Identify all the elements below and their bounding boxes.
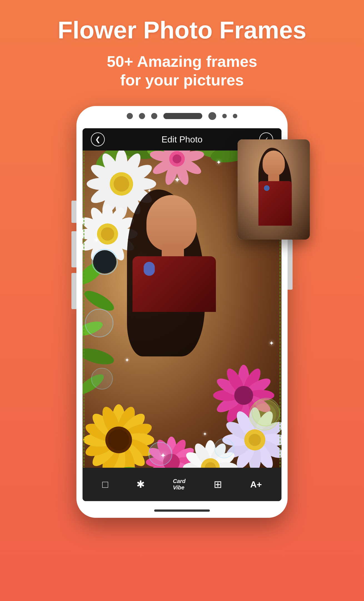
text-size-icon: A+ <box>250 479 262 490</box>
text-card-icon: CardVibe <box>173 478 186 491</box>
phone-mockup: ❮ Edit Photo ✓ <box>76 106 288 518</box>
phone-volume-down <box>71 273 76 309</box>
phone-sensor <box>222 114 227 118</box>
screen-title: Edit Photo <box>161 134 203 145</box>
phone-top-notch <box>127 112 237 120</box>
app-title: Flower Photo Frames <box>58 17 306 44</box>
preview-card <box>238 139 310 240</box>
toolbar-text2[interactable]: A+ <box>250 479 262 490</box>
toolbar-effects[interactable]: ✱ <box>136 479 145 490</box>
toolbar-layout[interactable]: ⊞ <box>214 479 222 490</box>
phone-front-camera <box>208 112 216 120</box>
subtitle-line2: for your pictures <box>120 71 244 89</box>
screen-toolbar: □ ✱ CardVibe ⊞ A+ <box>83 468 281 501</box>
phone-speaker <box>163 113 202 119</box>
phone-volume-up <box>71 231 76 267</box>
layout-icon: ⊞ <box>214 479 222 490</box>
phone-sensor-2 <box>233 114 237 118</box>
phone-dot-2 <box>139 113 145 119</box>
app-subtitle: 50+ Amazing frames for your pictures <box>107 52 257 89</box>
back-button[interactable]: ❮ <box>91 132 105 146</box>
phone-dot-1 <box>127 113 133 119</box>
preview-subject <box>253 148 295 226</box>
back-icon: ❮ <box>95 136 101 143</box>
frames-icon: □ <box>102 479 108 490</box>
phone-volume-silent <box>71 201 76 223</box>
phone-home-indicator <box>154 509 210 512</box>
phone-dot-3 <box>151 113 157 119</box>
effects-icon: ✱ <box>136 479 145 490</box>
toolbar-frames[interactable]: □ <box>102 479 108 490</box>
phone-power-btn <box>288 240 293 290</box>
toolbar-text[interactable]: CardVibe <box>173 478 186 491</box>
subtitle-line1: 50+ Amazing frames <box>107 53 257 70</box>
preview-card-image <box>238 139 310 240</box>
